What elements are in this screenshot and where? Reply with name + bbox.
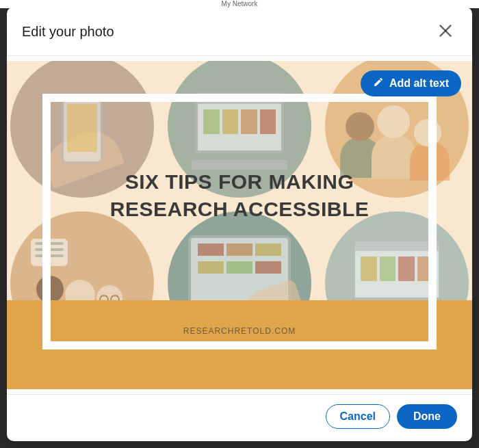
background-nav: My Network <box>0 0 479 8</box>
add-alt-text-button[interactable]: Add alt text <box>361 70 461 96</box>
modal-footer: Cancel Done <box>7 394 472 441</box>
modal-header: Edit your photo <box>7 7 472 56</box>
illustration-people <box>346 98 455 181</box>
modal-body: SIX TIPS FOR MAKING RESEARCH ACCESSIBLE … <box>7 56 472 394</box>
image-headline-line2: RESEARCH ACCESSIBLE <box>7 198 472 221</box>
cancel-button[interactable]: Cancel <box>326 404 390 429</box>
image-headline: SIX TIPS FOR MAKING RESEARCH ACCESSIBLE <box>7 170 472 221</box>
done-button[interactable]: Done <box>397 404 457 429</box>
close-button[interactable] <box>434 19 457 44</box>
edit-photo-modal: Edit your photo <box>7 7 472 441</box>
modal-backdrop: My Network Edit your photo <box>0 0 479 448</box>
image-headline-line1: SIX TIPS FOR MAKING <box>125 170 354 193</box>
add-alt-text-label: Add alt text <box>389 77 449 90</box>
illustration-phone <box>62 95 103 163</box>
illustration-monitor <box>195 92 284 153</box>
modal-title: Edit your photo <box>22 24 114 40</box>
photo-canvas[interactable]: SIX TIPS FOR MAKING RESEARCH ACCESSIBLE … <box>7 61 472 389</box>
illustration-keyboard <box>192 160 287 170</box>
pencil-icon <box>373 77 384 90</box>
nav-hint: My Network <box>222 0 258 8</box>
illustration-monitor <box>352 239 441 300</box>
illustration-band <box>7 300 472 389</box>
close-icon <box>437 22 454 42</box>
